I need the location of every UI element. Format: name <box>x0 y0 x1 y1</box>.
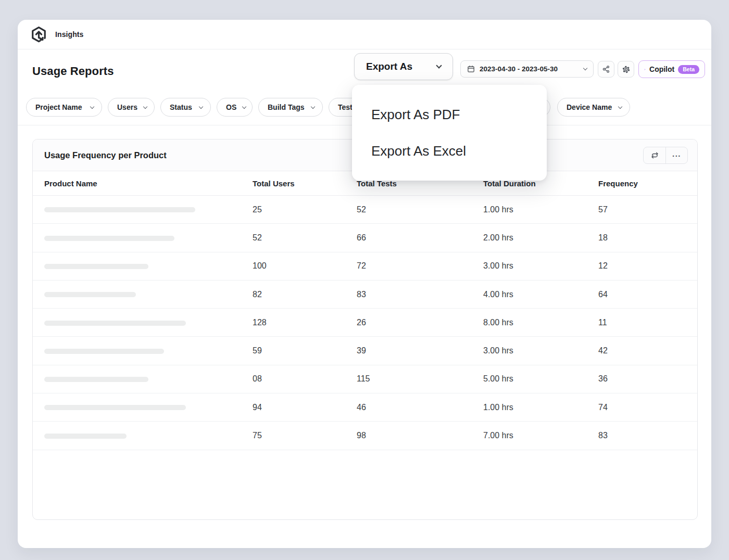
cell-total-tests: 83 <box>357 290 483 299</box>
filter-chip-label: Status <box>170 103 192 111</box>
cell-total-users: 52 <box>253 233 357 243</box>
beta-badge: Beta <box>678 65 699 74</box>
refresh-button[interactable] <box>644 147 665 163</box>
product-name-placeholder <box>44 405 186 410</box>
chevron-down-icon <box>143 104 147 108</box>
cell-total-duration: 5.00 hrs <box>483 374 598 384</box>
chevron-down-icon <box>618 104 622 108</box>
cell-product-name <box>44 403 253 412</box>
cell-total-duration: 2.00 hrs <box>483 233 598 243</box>
cell-total-duration: 7.00 hrs <box>483 431 598 440</box>
cell-total-users: 08 <box>253 374 357 384</box>
cell-frequency: 57 <box>598 205 697 214</box>
cell-frequency: 12 <box>598 261 697 271</box>
cell-product-name <box>44 431 253 440</box>
table-row: 52662.00 hrs18 <box>33 224 697 252</box>
settings-button[interactable] <box>618 61 634 78</box>
cell-frequency: 83 <box>598 431 697 440</box>
cell-frequency: 18 <box>598 233 697 243</box>
cell-total-users: 75 <box>253 431 357 440</box>
menu-item-export-pdf[interactable]: Export As PDF <box>352 96 547 133</box>
table-body: 25521.00 hrs5752662.00 hrs18100723.00 hr… <box>33 196 697 450</box>
calendar-icon <box>467 65 475 73</box>
column-total-users: Total Users <box>253 179 357 188</box>
share-icon <box>602 65 610 73</box>
filter-chip-label: Test <box>338 103 353 111</box>
cell-product-name <box>44 346 253 355</box>
filter-chip-build-tags[interactable]: Build Tags <box>258 98 323 117</box>
menu-item-export-excel[interactable]: Export As Excel <box>352 133 547 169</box>
filter-chip-label: Project Name <box>35 103 82 111</box>
chevron-down-icon <box>436 62 442 68</box>
filter-chip-status[interactable]: Status <box>160 98 211 117</box>
product-name-placeholder <box>44 207 195 212</box>
product-name-placeholder <box>44 349 164 354</box>
chevron-down-icon <box>242 104 246 108</box>
chevron-down-icon <box>90 104 94 108</box>
date-range-value: 2023-04-30 - 2023-05-30 <box>480 65 558 73</box>
cell-total-duration: 1.00 hrs <box>483 205 598 214</box>
brand-name: Insights <box>55 30 83 39</box>
usage-frequency-card: Usage Frequency per Product ... Product … <box>32 139 698 520</box>
sparkles-icon <box>644 65 646 74</box>
table-row: 100723.00 hrs12 <box>33 252 697 281</box>
app-window: Insights Usage Reports Export As 2023-04… <box>18 20 711 548</box>
cell-total-tests: 39 <box>357 346 483 355</box>
cell-total-duration: 3.00 hrs <box>483 346 598 355</box>
filter-chip-users[interactable]: Users <box>108 98 155 117</box>
cell-frequency: 64 <box>598 290 697 299</box>
column-frequency: Frequency <box>598 179 697 188</box>
card-title: Usage Frequency per Product <box>44 150 167 160</box>
filter-chip-os[interactable]: OS <box>217 98 253 117</box>
table-row: 25521.00 hrs57 <box>33 196 697 224</box>
ellipsis-icon: ... <box>672 149 681 158</box>
table-row: 75987.00 hrs83 <box>33 422 697 450</box>
export-menu: Export As PDF Export As Excel <box>352 85 547 181</box>
cell-frequency: 42 <box>598 346 697 355</box>
product-name-placeholder <box>44 292 136 297</box>
cell-frequency: 11 <box>598 318 697 327</box>
cell-total-users: 94 <box>253 403 357 412</box>
cell-total-tests: 26 <box>357 318 483 327</box>
table-row: 94461.00 hrs74 <box>33 393 697 422</box>
cell-total-users: 100 <box>253 261 357 271</box>
filter-chip-project-name[interactable]: Project Name <box>26 98 102 117</box>
share-button[interactable] <box>598 61 614 78</box>
cell-total-users: 82 <box>253 290 357 299</box>
cell-product-name <box>44 233 253 243</box>
date-range-picker[interactable]: 2023-04-30 - 2023-05-30 <box>460 60 594 78</box>
table-row: 081155.00 hrs36 <box>33 365 697 393</box>
cell-total-tests: 72 <box>357 261 483 271</box>
more-options-button[interactable]: ... <box>665 147 687 163</box>
cell-frequency: 36 <box>598 374 697 384</box>
cell-total-users: 25 <box>253 205 357 214</box>
cell-product-name <box>44 205 253 214</box>
cell-total-tests: 66 <box>357 233 483 243</box>
filter-chip-label: Device Name <box>567 103 612 111</box>
product-name-placeholder <box>44 321 186 326</box>
cell-frequency: 74 <box>598 403 697 412</box>
insights-logo-icon[interactable] <box>30 26 47 43</box>
copilot-button[interactable]: Copilot Beta <box>638 60 705 78</box>
filter-chip-label: OS <box>226 103 236 111</box>
chevron-down-icon <box>583 66 587 70</box>
product-name-placeholder <box>44 264 148 269</box>
cell-product-name <box>44 290 253 299</box>
hexagon-arrow-logo <box>30 26 47 43</box>
table-row: 59393.00 hrs42 <box>33 337 697 365</box>
page-title: Usage Reports <box>32 65 114 78</box>
cell-total-users: 59 <box>253 346 357 355</box>
top-nav: Insights <box>18 20 711 49</box>
filter-chip-label: Build Tags <box>268 103 305 111</box>
export-as-button[interactable]: Export As <box>354 53 453 80</box>
chevron-down-icon <box>199 104 203 108</box>
card-actions: ... <box>643 147 688 164</box>
cell-total-tests: 52 <box>357 205 483 214</box>
cell-total-tests: 115 <box>357 374 483 384</box>
column-product-name: Product Name <box>44 179 253 188</box>
filter-chip-device-name[interactable]: Device Name <box>557 98 630 117</box>
cell-total-duration: 8.00 hrs <box>483 318 598 327</box>
export-as-label: Export As <box>366 61 412 72</box>
cell-total-duration: 3.00 hrs <box>483 261 598 271</box>
product-name-placeholder <box>44 236 174 241</box>
